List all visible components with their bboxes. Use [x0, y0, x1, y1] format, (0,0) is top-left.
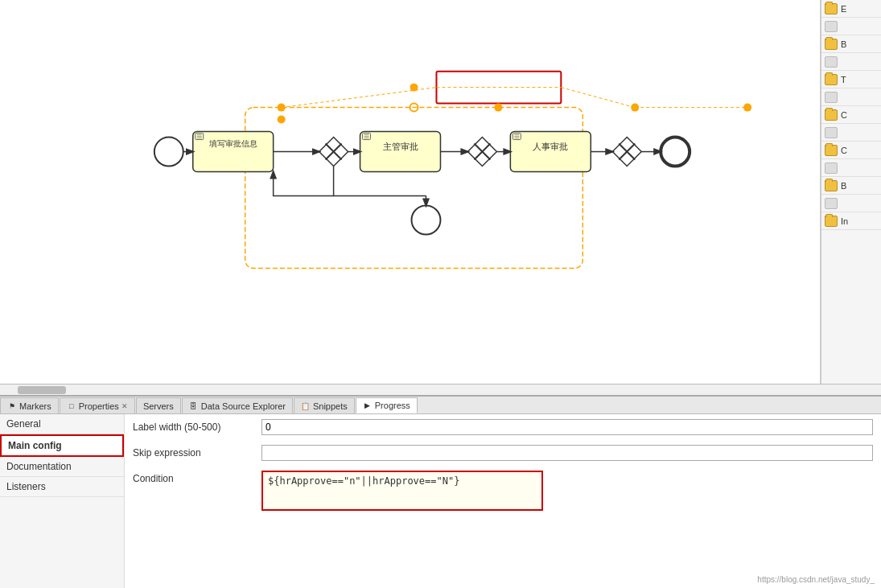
- props-row-labelwidth: Label width (50-500): [133, 419, 873, 438]
- tab-snippets[interactable]: 📋 Snippets: [294, 397, 355, 413]
- right-panel-item-b2[interactable]: B: [821, 177, 881, 195]
- folder-icon-c1: [825, 109, 838, 121]
- properties-sidebar: General Main config Documentation Listen…: [0, 414, 125, 588]
- properties-close[interactable]: ✕: [121, 402, 128, 410]
- icon-img1: [825, 21, 838, 32]
- sidebar-general-label: General: [6, 418, 41, 430]
- svg-point-13: [154, 138, 183, 167]
- right-panel-item-img4: [821, 124, 881, 142]
- right-panel-item-img3: [821, 88, 881, 106]
- right-panel-item-e[interactable]: E: [821, 0, 881, 18]
- right-panel-item-in[interactable]: In: [821, 212, 881, 230]
- tab-datasource[interactable]: 🗄 Data Source Explorer: [182, 397, 293, 413]
- condition-value: ${hrApprove=="n"||hrApprove=="N"}: [261, 471, 873, 511]
- right-panel-item-c2[interactable]: C: [821, 142, 881, 159]
- tab-bar: ⚑ Markers □ Properties ✕ Servers 🗄 Data …: [0, 397, 881, 414]
- svg-point-5: [278, 116, 286, 124]
- right-panel-item-img2: [821, 53, 881, 71]
- right-panel-label-c1: C: [841, 110, 847, 120]
- svg-text:人事审批: 人事审批: [533, 142, 568, 151]
- svg-text:填写审批信息: 填写审批信息: [208, 139, 257, 148]
- right-panel-item-c1[interactable]: C: [821, 106, 881, 124]
- svg-text:主管审批: 主管审批: [383, 142, 418, 151]
- icon-img6: [825, 198, 838, 209]
- icon-img5: [825, 162, 838, 174]
- props-row-skipexpr: Skip expression: [133, 445, 873, 464]
- bpmn-canvas: 填写审批信息 主管审批 人事审批: [0, 0, 820, 384]
- sidebar-documentation-label: Documentation: [6, 461, 72, 472]
- sidebar-listeners-label: Listeners: [6, 481, 46, 492]
- bottom-panel: ⚑ Markers □ Properties ✕ Servers 🗄 Data …: [0, 395, 881, 588]
- labelwidth-value: [261, 419, 873, 435]
- tab-progress-label: Progress: [375, 401, 410, 410]
- tab-markers-label: Markers: [19, 401, 51, 411]
- svg-point-4: [494, 104, 502, 112]
- skipexpr-value: [261, 445, 873, 461]
- svg-line-11: [561, 88, 635, 108]
- labelwidth-input[interactable]: [261, 419, 873, 435]
- progress-icon: ▶: [363, 401, 373, 410]
- sidebar-mainconfig-label: Main config: [8, 440, 62, 451]
- right-panel-label-t: T: [841, 75, 846, 84]
- svg-point-41: [661, 138, 690, 167]
- condition-text: ${hrApprove=="n"||hrApprove=="N"}: [268, 475, 459, 487]
- skipexpr-label: Skip expression: [133, 445, 261, 458]
- scrollbar-thumb[interactable]: [18, 386, 66, 394]
- right-panel: E B T C C: [821, 0, 881, 384]
- sidebar-item-documentation[interactable]: Documentation: [0, 457, 124, 477]
- canvas-container: 填写审批信息 主管审批 人事审批: [0, 0, 821, 384]
- right-panel-label-e: E: [841, 4, 846, 14]
- props-row-condition: Condition ${hrApprove=="n"||hrApprove=="…: [133, 471, 873, 511]
- markers-icon: ⚑: [7, 401, 17, 411]
- right-panel-item-t[interactable]: T: [821, 71, 881, 88]
- icon-img3: [825, 92, 838, 103]
- tab-snippets-label: Snippets: [313, 401, 348, 411]
- right-panel-label-b1: B: [841, 39, 846, 49]
- tab-markers[interactable]: ⚑ Markers: [0, 397, 59, 413]
- properties-icon: □: [67, 401, 76, 411]
- condition-label: Condition: [133, 471, 261, 484]
- condition-input-highlighted[interactable]: ${hrApprove=="n"||hrApprove=="N"}: [261, 471, 543, 511]
- horizontal-scrollbar[interactable]: [0, 384, 881, 395]
- svg-point-42: [411, 205, 440, 234]
- right-panel-item-img1: [821, 18, 881, 35]
- folder-icon-c2: [825, 145, 838, 156]
- right-panel-item-img5: [821, 159, 881, 177]
- svg-rect-14: [193, 132, 274, 172]
- right-panel-label-in: In: [841, 216, 848, 226]
- tab-datasource-label: Data Source Explorer: [201, 401, 286, 411]
- watermark: https://blog.csdn.net/java_study_: [757, 575, 875, 584]
- watermark-text: https://blog.csdn.net/java_study_: [757, 575, 875, 584]
- folder-icon-e: [825, 3, 838, 14]
- main-area: 填写审批信息 主管审批 人事审批: [0, 0, 881, 384]
- folder-icon-t: [825, 74, 838, 85]
- folder-icon-b1: [825, 39, 838, 50]
- folder-icon-in: [825, 216, 838, 227]
- right-panel-item-img6: [821, 195, 881, 212]
- right-panel-label-b2: B: [841, 181, 846, 191]
- right-panel-label-c2: C: [841, 146, 847, 155]
- right-panel-item-b1[interactable]: B: [821, 35, 881, 53]
- snippets-icon: 📋: [301, 401, 311, 411]
- svg-rect-23: [360, 132, 441, 172]
- tab-servers-label: Servers: [143, 401, 174, 411]
- properties-content: General Main config Documentation Listen…: [0, 414, 881, 588]
- sidebar-item-general[interactable]: General: [0, 414, 124, 434]
- tab-properties[interactable]: □ Properties ✕: [60, 397, 135, 413]
- icon-img4: [825, 127, 838, 138]
- sidebar-item-listeners[interactable]: Listeners: [0, 477, 124, 497]
- tab-servers[interactable]: Servers: [136, 397, 181, 413]
- skipexpr-input[interactable]: [261, 445, 873, 461]
- tab-progress[interactable]: ▶ Progress: [356, 397, 418, 413]
- sidebar-item-mainconfig[interactable]: Main config: [0, 434, 124, 457]
- icon-img2: [825, 56, 838, 68]
- labelwidth-label: Label width (50-500): [133, 419, 261, 433]
- properties-main: Label width (50-500) Skip expression Con…: [125, 414, 881, 588]
- tab-properties-label: Properties: [79, 401, 119, 411]
- svg-rect-32: [510, 132, 591, 172]
- datasource-icon: 🗄: [189, 401, 199, 411]
- folder-icon-b2: [825, 180, 838, 191]
